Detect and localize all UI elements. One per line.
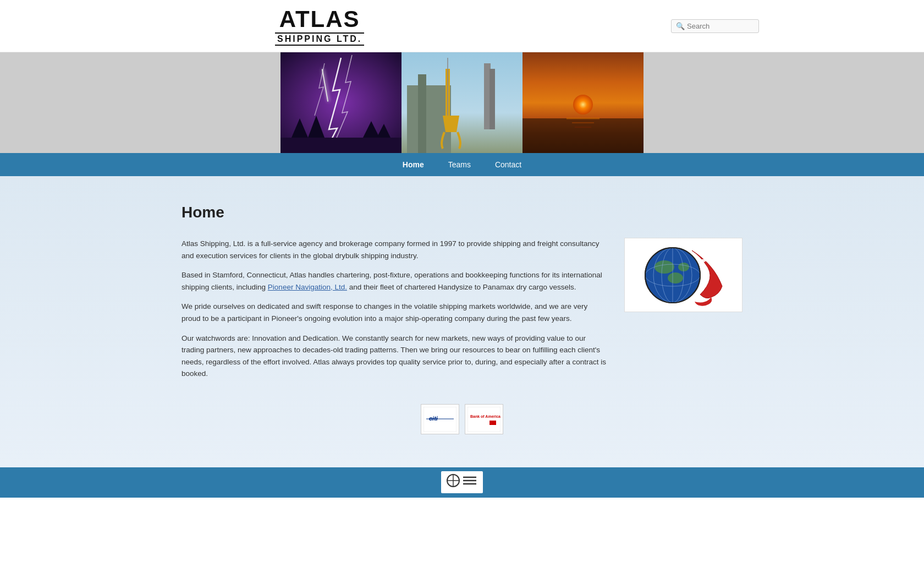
search-icon: 🔍	[676, 22, 685, 30]
nav-item-contact[interactable]: Contact	[483, 155, 534, 175]
nav-item-teams[interactable]: Teams	[436, 155, 483, 175]
logo-sub: SHIPPING LTD.	[275, 32, 364, 46]
svg-text:Bank of America: Bank of America	[470, 415, 501, 418]
globe-logo-svg	[634, 242, 733, 308]
page-header: ATLAS SHIPPING LTD. 🔍	[0, 0, 924, 52]
partner-logos: citi Bank of America	[182, 404, 743, 434]
main-content: Home Atlas Shipping, Ltd. is a full-serv…	[0, 176, 924, 467]
svg-rect-1	[280, 138, 402, 153]
svg-rect-8	[418, 74, 426, 153]
paragraph-2: Based in Stamford, Connecticut, Atlas ha…	[182, 269, 608, 293]
hero-banner	[0, 52, 924, 153]
partner-logo-citi: citi	[421, 404, 459, 434]
navbar: Home Teams Contact	[0, 153, 924, 176]
svg-rect-13	[490, 69, 495, 129]
hero-panel-lightning	[280, 52, 402, 153]
svg-point-22	[668, 272, 683, 283]
paragraph-4: Our watchwords are: Innovation and Dedic…	[182, 332, 608, 380]
company-logo-box	[624, 238, 743, 312]
svg-rect-35	[490, 421, 496, 422]
svg-point-21	[654, 260, 674, 274]
svg-point-15	[573, 95, 593, 114]
svg-marker-10	[443, 116, 459, 132]
pioneer-link[interactable]: Pioneer Navigation, Ltd.	[268, 283, 347, 291]
page-footer	[0, 467, 924, 498]
search-box[interactable]: 🔍	[671, 19, 759, 33]
content-text: Atlas Shipping, Ltd. is a full-service a…	[182, 238, 608, 388]
page-title: Home	[182, 204, 743, 221]
svg-rect-32	[468, 407, 501, 432]
hero-panel-sunset	[522, 52, 644, 153]
content-flex: Atlas Shipping, Ltd. is a full-service a…	[182, 238, 743, 388]
search-input[interactable]	[687, 22, 758, 30]
paragraph-3: We pride ourselves on dedicated and swif…	[182, 301, 608, 324]
logo-main: ATLAS	[279, 6, 360, 32]
svg-rect-16	[522, 118, 644, 153]
partner-logo-bofa: Bank of America	[465, 404, 503, 434]
hero-inner	[280, 52, 644, 153]
svg-text:citi: citi	[429, 415, 438, 422]
nav-item-home[interactable]: Home	[391, 155, 436, 175]
hero-panel-crane	[402, 52, 522, 153]
paragraph-1: Atlas Shipping, Ltd. is a full-service a…	[182, 238, 608, 261]
logo-area: ATLAS SHIPPING LTD.	[275, 6, 364, 46]
footer-icon	[441, 471, 483, 493]
